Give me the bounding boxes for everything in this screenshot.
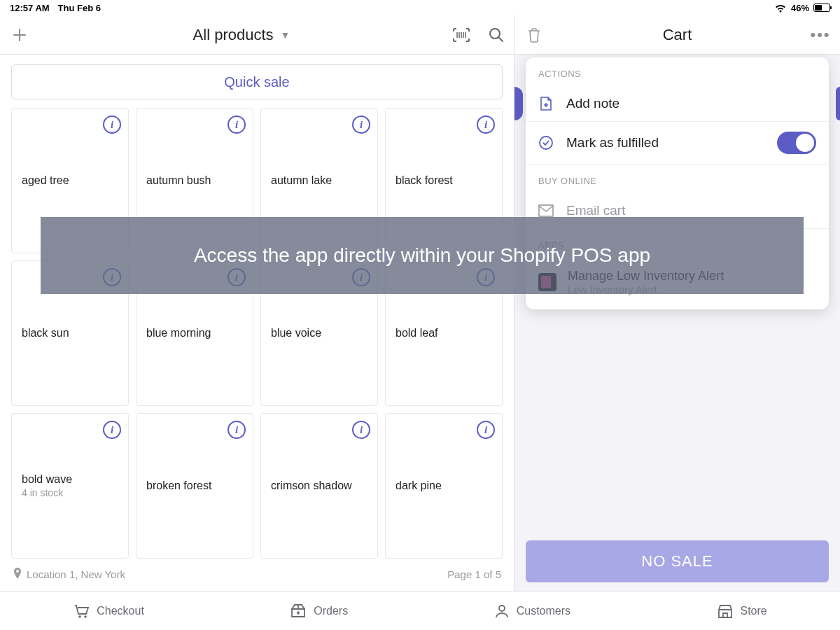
chevron-down-icon: ▼ [281, 29, 290, 41]
tab-store[interactable]: Store [717, 603, 767, 619]
status-bar: 12:57 AM Thu Feb 6 46% [0, 0, 840, 15]
svg-point-1 [16, 570, 19, 573]
product-name: black forest [386, 174, 463, 187]
tab-label: Customers [517, 605, 570, 617]
tab-label: Orders [314, 605, 348, 617]
product-name: broken forest [136, 479, 221, 492]
location-pin-icon [13, 568, 22, 581]
product-tile[interactable]: ibroken forest [136, 413, 253, 559]
no-sale-button[interactable]: NO SALE [526, 540, 829, 582]
mark-fulfilled-label: Mark as fulfilled [566, 135, 659, 150]
add-button[interactable] [0, 15, 39, 55]
info-icon[interactable]: i [352, 115, 370, 134]
mark-fulfilled-toggle[interactable] [777, 132, 816, 154]
mark-fulfilled-row[interactable]: Mark as fulfilled [526, 122, 829, 164]
product-name: bold wave [12, 473, 82, 486]
products-filter-dropdown[interactable]: All products ▼ [39, 26, 444, 44]
products-filter-label: All products [193, 26, 274, 44]
product-tile[interactable]: ibold wave4 in stock [11, 413, 129, 559]
tab-checkout[interactable]: Checkout [73, 603, 144, 619]
add-note-label: Add note [566, 96, 620, 111]
tab-label: Checkout [97, 605, 144, 617]
status-date: Thu Feb 6 [58, 3, 101, 13]
product-stock: 4 in stock [12, 487, 82, 498]
product-name: blue morning [136, 327, 221, 340]
app-header: All products ▼ Cart ••• [0, 15, 840, 55]
note-add-icon [538, 96, 554, 111]
search-button[interactable] [479, 15, 514, 55]
section-label-buy-online: BUY ONLINE [526, 164, 829, 193]
tab-orders[interactable]: Orders [290, 603, 348, 619]
info-icon[interactable]: i [227, 421, 246, 439]
products-pane: Quick sale iaged tree iautumn bush iautu… [0, 55, 514, 591]
cart-title: Cart [554, 26, 801, 44]
product-name: blue voice [261, 327, 331, 340]
clear-cart-button[interactable] [514, 15, 554, 55]
product-name: autumn lake [261, 174, 342, 187]
status-time: 12:57 AM [10, 3, 50, 13]
svg-point-2 [540, 136, 552, 149]
tab-label: Store [741, 605, 767, 617]
location-text: Location 1, New York [27, 568, 125, 580]
mail-icon [538, 203, 554, 218]
product-name: aged tree [12, 174, 79, 187]
product-tile[interactable]: idark pine [385, 413, 503, 559]
product-tile[interactable]: icrimson shadow [260, 413, 378, 559]
section-label-actions: ACTIONS [526, 57, 829, 86]
inbox-icon [290, 603, 307, 619]
svg-point-5 [84, 615, 87, 618]
info-icon[interactable]: i [103, 115, 121, 134]
product-name: black sun [12, 327, 79, 340]
check-circle-icon [538, 135, 554, 150]
info-icon[interactable]: i [477, 115, 495, 134]
quick-sale-button[interactable]: Quick sale [11, 64, 503, 99]
email-cart-label: Email cart [566, 203, 625, 218]
cart-pane: ACTIONS Add note Mark as fulfilled BUY O… [514, 55, 840, 591]
products-footer: Location 1, New York Page 1 of 5 [0, 561, 514, 591]
add-note-button[interactable]: Add note [526, 86, 829, 122]
svg-point-6 [499, 606, 505, 611]
battery-percent: 46% [791, 3, 809, 13]
info-icon[interactable]: i [103, 421, 121, 439]
page-indicator: Page 1 of 5 [447, 568, 501, 580]
store-icon [717, 603, 734, 619]
info-icon[interactable]: i [352, 421, 370, 439]
person-icon [494, 603, 510, 619]
promo-overlay-banner: Access the app directly within your Shop… [41, 217, 804, 294]
product-name: dark pine [386, 479, 451, 492]
product-name: bold leaf [386, 327, 448, 340]
tab-customers[interactable]: Customers [494, 603, 570, 619]
product-name: crimson shadow [261, 479, 362, 492]
product-name: autumn bush [136, 174, 221, 187]
cart-pill-peek [514, 87, 523, 120]
location-indicator[interactable]: Location 1, New York [13, 568, 125, 581]
info-icon[interactable]: i [227, 115, 246, 134]
bottom-tab-bar: Checkout Orders Customers Store [0, 591, 840, 630]
cart-icon [73, 603, 90, 619]
cart-pill-peek [836, 87, 840, 120]
battery-icon [813, 4, 830, 12]
info-icon[interactable]: i [477, 421, 495, 439]
product-grid: iaged tree iautumn bush iautumn lake ibl… [0, 108, 514, 559]
wifi-icon [774, 4, 787, 13]
svg-point-4 [78, 615, 81, 618]
barcode-scan-button[interactable] [444, 15, 479, 55]
cart-more-button[interactable]: ••• [801, 15, 840, 55]
